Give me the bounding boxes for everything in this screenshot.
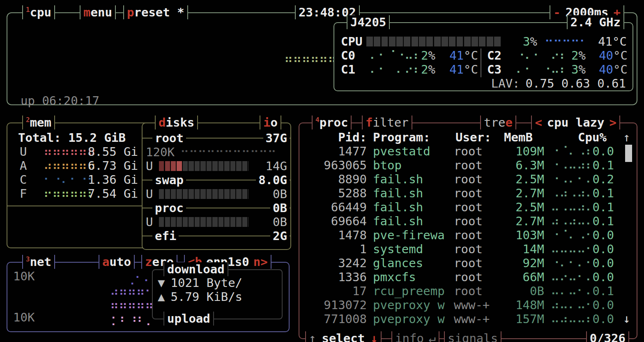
column-header-mem[interactable]: MemB — [504, 130, 533, 144]
column-header-cpu[interactable]: Cpu% — [578, 130, 607, 144]
tab-mem[interactable]: 2 mem — [22, 116, 55, 129]
process-mem: 109M — [498, 144, 544, 158]
process-pid: 8890 — [305, 172, 367, 186]
cpu-panel: 1 cpu m enu p reset * 23:48:02 - 2000ms … — [7, 12, 637, 105]
process-user: root — [454, 270, 483, 284]
tab-net[interactable]: 3 net — [22, 255, 55, 269]
net-title: net — [30, 255, 51, 269]
iface-next-button[interactable]: n> — [253, 255, 268, 269]
process-row[interactable]: 963065btoproot6.3M⠐⠠⠤⠴⠆0.1 — [305, 158, 631, 172]
process-row[interactable]: 913072pveproxy wwww-+148M⠴⠤⠄⠤⠂0.0 — [305, 298, 631, 312]
column-header-user[interactable]: User: — [455, 130, 491, 144]
process-row[interactable]: 66449fail.shroot2.5M⠤⠠⠤⠴⠄0.1 — [305, 200, 631, 214]
sort-mode: cpu lazy — [547, 116, 605, 129]
preset-button[interactable]: p reset * — [123, 5, 188, 19]
disk-section-root: root 37G — [143, 131, 290, 145]
process-user: root — [454, 172, 483, 186]
net-hotkey-number: 3 — [26, 256, 30, 263]
process-cpu: 0.0 — [577, 270, 614, 284]
proc-panel: 4 proc f ilter tre e < cpu lazy > Pid: P… — [299, 122, 637, 339]
sort-prev-button[interactable]: < — [535, 116, 542, 129]
filter-hotkey: f — [366, 116, 373, 129]
select-down-icon[interactable]: ↓ — [370, 331, 377, 342]
core-name: C1 — [341, 62, 355, 76]
process-row[interactable]: 5288fail.shroot2.7M⠠⠴⠠⠴⠄0.1 — [305, 186, 631, 200]
process-row[interactable]: 8890fail.shroot2.5M⠐⠠⠄⠂⠄0.2 — [305, 172, 631, 186]
core-name: C0 — [341, 49, 355, 62]
cpu-total-label: CPU — [341, 35, 362, 49]
process-user: root — [454, 186, 483, 200]
load-average: LAV:0.75 0.63 0.61 — [491, 76, 626, 90]
tab-cpu[interactable]: 1 cpu — [22, 5, 55, 19]
disk-size: 0B — [270, 201, 290, 215]
disk-used-label: U — [146, 187, 153, 201]
mem-row-label: C — [20, 173, 27, 187]
disk-used-label: U — [146, 215, 153, 229]
process-cpu: 0.0 — [577, 144, 614, 158]
process-mem: 157M — [498, 312, 544, 326]
process-pid: 771008 — [305, 312, 367, 326]
menu-label: enu — [90, 5, 112, 19]
tree-button[interactable]: tre e — [480, 116, 516, 129]
process-pid: 66449 — [305, 200, 367, 214]
process-mem: 2.7M — [498, 186, 544, 200]
info-button[interactable]: info ↵ — [391, 331, 439, 342]
tab-disks[interactable]: d isks — [155, 116, 198, 129]
process-row[interactable]: 1systemdroot14M⠤⠤⠤⠤⠂0.0 — [305, 242, 631, 256]
column-header-program[interactable]: Program: — [373, 130, 430, 144]
io-mode-button[interactable]: i o — [260, 116, 281, 129]
signals-button[interactable]: signals — [444, 331, 501, 342]
proc-hotkey-number: 4 — [315, 117, 320, 123]
menu-hotkey: m — [83, 5, 90, 19]
menu-button[interactable]: m enu — [80, 5, 116, 19]
process-row[interactable]: 1477pvestatdroot109M⠐⠈⠄⠠⠆0.0 — [305, 144, 631, 158]
process-cpu: 0.1 — [577, 158, 614, 172]
process-row[interactable]: 1478pve-firewaroot103M⠐⠈⠄⠠⠂0.0 — [305, 228, 631, 242]
process-row[interactable]: 771008pveproxy wwww-+157M⠤⠴⠤⠤⠆0.0 — [305, 312, 631, 326]
sort-next-button[interactable]: > — [610, 116, 616, 129]
disk-used-meter — [159, 189, 248, 199]
process-mem: 2.5M — [498, 200, 544, 214]
core-temp: 41°C — [440, 49, 478, 62]
select-up-icon[interactable]: ↑ — [309, 331, 316, 342]
process-name: pvestatd — [373, 144, 430, 158]
tab-proc[interactable]: 4 proc — [312, 116, 352, 129]
process-mem: 0B — [498, 284, 544, 298]
process-pid: 963065 — [305, 158, 367, 172]
core-temp: 41°C — [440, 62, 478, 76]
process-row[interactable]: 1336pmxcfsroot66M⠤⠔⠤⠂⠄0.0 — [305, 270, 631, 284]
process-pid: 1 — [305, 242, 367, 256]
net-auto-button[interactable]: a uto — [99, 255, 135, 269]
zero-hotkey: z — [145, 255, 152, 269]
process-user: root — [454, 200, 483, 214]
scroll-down-icon[interactable]: ↓ — [623, 312, 630, 326]
net-scale-bottom: 10K — [13, 310, 34, 324]
cpu-total-temp: 41°C — [582, 35, 627, 49]
column-header-pid[interactable]: Pid: — [313, 130, 367, 144]
core-graph: ⠄⠂⠀⠐⠤⠆ — [516, 62, 568, 76]
process-mem: 92M — [498, 256, 544, 270]
sort-selector[interactable]: < cpu lazy > — [531, 116, 620, 129]
tree-label: tre — [484, 116, 505, 129]
disk-section-swap: swap 8.0G — [143, 173, 290, 187]
btop-screen: 1 cpu m enu p reset * 23:48:02 - 2000ms … — [0, 0, 644, 342]
process-cpu: 0.0 — [577, 242, 614, 256]
core-name: C3 — [487, 62, 501, 76]
disk-used-value: 14G — [250, 159, 287, 173]
download-rate: ▼1021 Byte/ — [158, 276, 242, 290]
mem-row-value: 8.55 Gi — [84, 145, 138, 159]
process-row[interactable]: 17rcu_preemproot0B⠤⠄⠤⠂⠄0.1 — [305, 284, 631, 298]
process-name: fail.sh — [373, 200, 423, 214]
filter-button[interactable]: f ilter — [362, 116, 412, 129]
process-cpu: 0.0 — [577, 298, 614, 312]
disk-name: proc — [152, 201, 186, 215]
process-row[interactable]: 3242glancesroot92M⠐⠄⠂⠄⠂0.0 — [305, 256, 631, 270]
interval-decrease-button[interactable]: - — [553, 5, 560, 19]
process-name: fail.sh — [373, 172, 423, 186]
tree-hotkey: e — [505, 116, 512, 129]
process-row[interactable]: 69664fail.shroot2.7M⠴⠠⠴⠤⠄0.1 — [305, 214, 631, 228]
process-pid: 69664 — [305, 214, 367, 228]
process-name: pmxcfs — [373, 270, 416, 284]
select-control[interactable]: ↑ select ↓ — [305, 331, 382, 342]
select-label: select — [322, 331, 365, 342]
